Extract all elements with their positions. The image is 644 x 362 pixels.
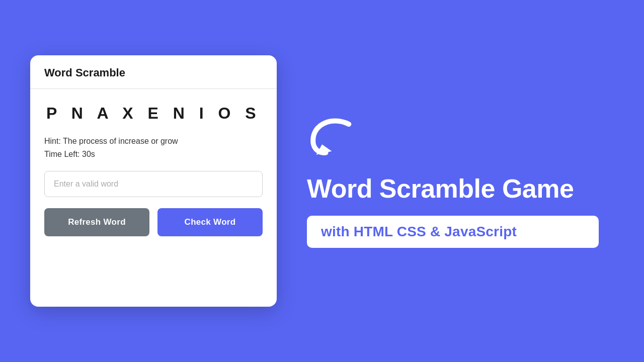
- subtitle-text: with HTML CSS & JavaScript: [321, 224, 517, 239]
- card-header: Word Scramble: [30, 55, 277, 89]
- refresh-word-button[interactable]: Refresh Word: [44, 208, 149, 236]
- right-title: Word Scramble Game: [307, 174, 574, 203]
- subtitle-box: with HTML CSS & JavaScript: [307, 216, 599, 248]
- buttons-row: Refresh Word Check Word: [44, 208, 263, 236]
- hint-text: Hint: The process of increase or grow: [44, 137, 263, 146]
- check-word-button[interactable]: Check Word: [157, 208, 263, 236]
- refresh-arrow-icon: [307, 114, 357, 159]
- game-card: Word Scramble P N A X E N I O S Hint: Th…: [30, 55, 277, 307]
- hint-value: The process of increase or grow: [63, 137, 178, 145]
- time-text: Time Left: 30s: [44, 150, 263, 159]
- card-body: P N A X E N I O S Hint: The process of i…: [30, 89, 277, 251]
- time-value: 30s: [82, 150, 95, 158]
- main-container: Word Scramble P N A X E N I O S Hint: Th…: [0, 0, 644, 362]
- right-side: Word Scramble Game with HTML CSS & JavaS…: [307, 114, 614, 247]
- card-title: Word Scramble: [44, 66, 263, 79]
- word-input[interactable]: [44, 171, 263, 197]
- time-label: Time Left:: [44, 150, 82, 158]
- hint-label: Hint:: [44, 137, 63, 145]
- scrambled-word: P N A X E N I O S: [44, 104, 263, 123]
